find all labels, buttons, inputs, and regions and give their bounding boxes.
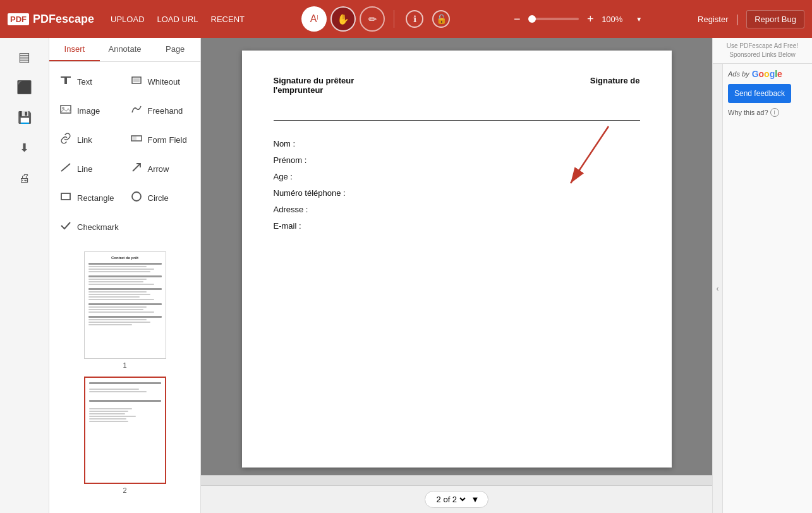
insert-rectangle-label: Rectangle [77, 193, 114, 203]
viewer-area: Signature du prêteur l'emprunteur Signat… [201, 38, 712, 513]
info-btn[interactable]: ℹ [403, 8, 426, 30]
info-block: Nom : Prénom : Age : Numéro téléphone : … [274, 136, 640, 234]
thumbnail-2[interactable]: 2 [54, 377, 195, 494]
logo[interactable]: PDF PDFescape [8, 13, 94, 26]
svg-point-11 [132, 192, 141, 201]
left-sidebar: ▤ ⬛ 💾 ⬇ 🖨 [0, 38, 49, 513]
formfield-icon [130, 133, 143, 147]
signature-left: Signature du prêteur l'emprunteur [274, 76, 354, 95]
insert-whiteout-item[interactable]: Whiteout [125, 67, 196, 96]
lock-btn[interactable]: 🔓 [430, 8, 452, 30]
text-icon [59, 75, 72, 88]
pages-icon: ▤ [18, 49, 30, 64]
insert-formfield-item[interactable]: Form Field [125, 125, 196, 154]
insert-image-label: Image [77, 106, 100, 116]
thumb-img-2 [84, 377, 166, 484]
svg-rect-3 [133, 78, 140, 82]
report-bug-button[interactable]: Report Bug [746, 10, 804, 28]
insert-freehand-item[interactable]: Freehand [125, 96, 196, 125]
whiteout-icon [130, 75, 143, 88]
why-this-ad-text: Why this ad? [728, 109, 768, 116]
page-select[interactable]: 2 of 2 1 of 2 [434, 494, 468, 505]
info-line-2: Age : [274, 169, 640, 185]
thumbnail-scroll-area: Contrat de prêt [49, 246, 200, 513]
ad-panel: Use PDFescape Ad Free!Sponsored Links Be… [712, 38, 812, 513]
rectangle-icon [59, 191, 72, 205]
sidebar-pages-btn[interactable]: ▤ [6, 43, 44, 71]
toolbar-tools: A| ✋ ✏ ℹ 🔓 [301, 6, 452, 32]
insert-tools-grid: Text Whiteout Image Freeha [49, 62, 200, 246]
circle-icon [130, 191, 143, 205]
info-line-1: Prénom : [274, 152, 640, 169]
insert-checkmark-item[interactable]: Checkmark [54, 212, 195, 241]
zoom-slider-track [528, 18, 579, 20]
ad-panel-inner: ‹ Ads by Google Send feedback Why this a… [713, 64, 812, 513]
ad-collapse-btn[interactable]: ‹ [713, 64, 723, 513]
signature-continuation: l'emprunteur [274, 85, 354, 95]
insert-arrow-label: Arrow [148, 164, 169, 174]
lock-icon: 🔓 [432, 10, 450, 28]
insert-whiteout-label: Whiteout [148, 77, 180, 87]
info-line-4: Adresse : [274, 202, 640, 218]
h-scrollbar[interactable] [201, 475, 712, 485]
tool-draw-btn[interactable]: ✏ [360, 6, 385, 32]
why-this-ad-link[interactable]: Why this ad? i [728, 108, 791, 117]
zoom-handle[interactable] [528, 15, 536, 23]
nav-load-url[interactable]: LOAD URL [156, 12, 200, 27]
thumb-label-1: 1 [123, 361, 126, 369]
collapse-icon: ‹ [717, 284, 719, 293]
svg-point-5 [62, 107, 64, 109]
nav-upload[interactable]: UPLOAD [109, 12, 145, 27]
sidebar-save-btn[interactable]: 💾 [6, 104, 44, 131]
send-feedback-button[interactable]: Send feedback [728, 84, 791, 103]
thumb-label-2: 2 [123, 486, 126, 494]
insert-freehand-label: Freehand [148, 106, 183, 116]
insert-link-label: Link [77, 135, 92, 145]
viewer-bottom-bar: 2 of 2 1 of 2 ▼ [201, 485, 712, 513]
svg-rect-7 [132, 136, 136, 140]
svg-line-9 [133, 164, 140, 171]
zoom-out-btn[interactable]: − [508, 10, 526, 28]
ad-panel-header: Use PDFescape Ad Free!Sponsored Links Be… [713, 38, 812, 64]
insert-link-item[interactable]: Link [54, 125, 125, 154]
insert-rectangle-item[interactable]: Rectangle [54, 183, 125, 212]
ads-by-label: Ads by [728, 70, 749, 78]
why-info-icon: i [770, 108, 779, 117]
insert-circle-item[interactable]: Circle [125, 183, 196, 212]
insert-image-item[interactable]: Image [54, 96, 125, 125]
insert-checkmark-label: Checkmark [77, 222, 119, 232]
tool-text-btn[interactable]: A| [301, 6, 327, 32]
register-link[interactable]: Register [698, 15, 728, 24]
thumbnail-1[interactable]: Contrat de prêt [54, 251, 195, 369]
link-icon [59, 133, 72, 147]
insert-line-label: Line [77, 164, 93, 174]
insert-text-item[interactable]: Text [54, 67, 125, 96]
signature-right: Signature de [590, 76, 640, 95]
tab-annotate[interactable]: Annotate [100, 38, 150, 61]
tool-hand-btn[interactable]: ✋ [330, 6, 356, 32]
sidebar-bookmark-btn[interactable]: ⬛ [6, 73, 44, 101]
sidebar-print-btn[interactable]: 🖨 [6, 164, 44, 192]
logo-text: PDFescape [33, 13, 94, 26]
download-icon: ⬇ [20, 141, 29, 155]
nav-recent[interactable]: RECENT [210, 12, 246, 27]
sidebar-download-btn[interactable]: ⬇ [6, 134, 44, 162]
zoom-in-btn[interactable]: + [581, 10, 599, 28]
zoom-dropdown-icon[interactable]: ▼ [636, 16, 642, 23]
svg-line-8 [61, 164, 70, 171]
arrow-icon [130, 162, 143, 176]
insert-text-label: Text [77, 77, 92, 87]
line-icon [59, 162, 72, 176]
viewer-content[interactable]: Signature du prêteur l'emprunteur Signat… [201, 38, 712, 475]
page-selector[interactable]: 2 of 2 1 of 2 ▼ [425, 491, 489, 508]
info-section: Nom : Prénom : Age : Numéro téléphone : … [274, 136, 640, 234]
tab-page[interactable]: Page [150, 38, 200, 61]
insert-arrow-item[interactable]: Arrow [125, 154, 196, 183]
tab-insert[interactable]: Insert [49, 38, 100, 61]
google-logo: Google [752, 69, 782, 79]
zoom-value: 100% [602, 15, 633, 24]
pdf-page: Signature du prêteur l'emprunteur Signat… [242, 51, 672, 468]
insert-formfield-label: Form Field [148, 135, 187, 145]
navbar: PDF PDFescape UPLOAD LOAD URL RECENT A| … [0, 0, 812, 38]
insert-line-item[interactable]: Line [54, 154, 125, 183]
